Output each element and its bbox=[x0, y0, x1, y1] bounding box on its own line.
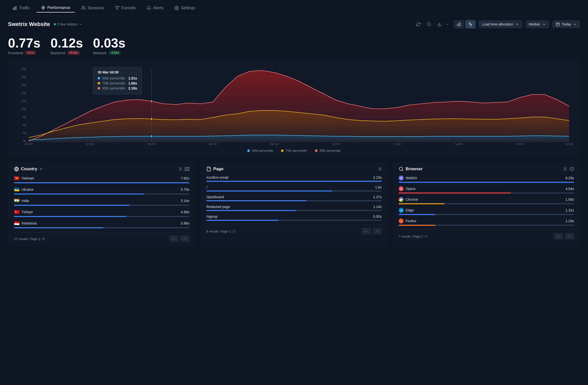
country-page-nav: ← → bbox=[169, 236, 189, 242]
svg-text:20s: 20s bbox=[21, 67, 26, 71]
chart-legend: 50th percentile 75th percentile 95th per… bbox=[14, 149, 574, 152]
svg-text:04:00: 04:00 bbox=[148, 142, 156, 145]
chevron-down-icon bbox=[446, 22, 449, 26]
site-title: Swetrix Website bbox=[8, 21, 50, 28]
country-row-vietnam: 🇻🇳Vietnam 7.82s bbox=[14, 176, 189, 183]
page-prev-button[interactable]: ← bbox=[362, 228, 371, 234]
backend-metric: 0.12s Backend +0.02s bbox=[50, 36, 83, 55]
list-icon[interactable] bbox=[178, 167, 182, 171]
page-panel-footer: 8 results. Page 1 / 2 ← → bbox=[206, 225, 382, 234]
svg-text:4s: 4s bbox=[23, 131, 26, 135]
page-row-confirm-email: /confirm-email 2.23s bbox=[206, 176, 382, 182]
list-icon[interactable] bbox=[377, 167, 382, 171]
chevron-down-icon bbox=[542, 22, 546, 26]
country-prev-button[interactable]: ← bbox=[169, 236, 178, 242]
browser-page-nav: ← → bbox=[554, 233, 574, 240]
bell-icon bbox=[147, 6, 151, 10]
svg-text:6s: 6s bbox=[23, 123, 26, 127]
line-chart-type-button[interactable] bbox=[465, 20, 476, 28]
svg-text:12s: 12s bbox=[21, 99, 26, 103]
live-visitors-badge[interactable]: 5 live visitors bbox=[54, 22, 82, 26]
page-panel-header: Page bbox=[206, 166, 382, 172]
svg-rect-10 bbox=[459, 23, 459, 26]
header: Swetrix Website 5 live visitors bbox=[0, 16, 588, 32]
median-dropdown[interactable]: Median bbox=[525, 20, 549, 28]
browser-panel-actions bbox=[563, 167, 574, 171]
metrics-section: 0.77s Frontend +0.1s 0.12s Backend +0.02… bbox=[0, 32, 588, 57]
list-icon[interactable] bbox=[563, 167, 567, 171]
download-dropdown[interactable] bbox=[444, 21, 451, 28]
svg-text:8s: 8s bbox=[23, 115, 26, 119]
page-row-root: / 1.6s bbox=[206, 185, 382, 192]
nav-traffic[interactable]: Traffic bbox=[8, 4, 34, 12]
bar-chart-icon bbox=[12, 6, 17, 10]
download-button[interactable] bbox=[436, 20, 443, 28]
file-icon bbox=[206, 166, 211, 172]
browser-panel-footer: 7 results. Page 1 / 2 ← → bbox=[399, 230, 574, 240]
globe-icon bbox=[14, 166, 19, 172]
page-page-nav: ← → bbox=[362, 228, 382, 234]
svg-text:06:00: 06:00 bbox=[209, 142, 217, 145]
svg-point-38 bbox=[150, 118, 153, 120]
browser-row-firefox: 🦊 Firefox 1.29s bbox=[399, 218, 574, 226]
svg-marker-4 bbox=[115, 6, 119, 10]
browser-prev-button[interactable]: ← bbox=[554, 233, 563, 240]
load-time-allocation-dropdown[interactable]: Load time allocation bbox=[479, 20, 522, 28]
line-icon bbox=[468, 22, 473, 26]
nav-performance[interactable]: Performance bbox=[36, 4, 75, 12]
bar-chart-type-button[interactable] bbox=[454, 20, 464, 28]
nav-funnels[interactable]: Funnels bbox=[110, 4, 140, 12]
country-panel-title[interactable]: Country bbox=[14, 166, 43, 172]
edge-icon: e bbox=[399, 208, 404, 213]
page-panel: Page /confirm-email 2.23s / 1.6s /d bbox=[200, 162, 388, 247]
svg-line-68 bbox=[402, 170, 403, 171]
svg-point-6 bbox=[427, 22, 430, 26]
date-dropdown[interactable]: Today bbox=[552, 20, 580, 28]
legend-75th: 75th percentile bbox=[281, 149, 307, 152]
chevron-down-icon bbox=[39, 167, 43, 171]
browser-panel: Browser W WebKit 6.29s O Op bbox=[393, 162, 580, 247]
download-group bbox=[436, 20, 451, 28]
browser-row-chrome: ⬤ Chrome 1.65s bbox=[399, 197, 574, 204]
country-panel: Country 🇻🇳Vietnam 7.82s 🇺🇦Ukraine 5.79s bbox=[8, 162, 195, 247]
country-row-india: 🇮🇳India 5.14s bbox=[14, 198, 189, 206]
clock-icon[interactable] bbox=[570, 167, 574, 171]
nav-settings[interactable]: Settings bbox=[170, 4, 200, 12]
browser-panel-header: Browser bbox=[399, 166, 574, 172]
nav-sessions[interactable]: Sessions bbox=[77, 4, 108, 12]
svg-text:18:00: 18:00 bbox=[565, 142, 573, 145]
filter-icon bbox=[115, 6, 119, 10]
chart-type-group bbox=[454, 20, 476, 28]
network-badge: -0.01s bbox=[109, 50, 121, 55]
svg-text:00:00: 00:00 bbox=[25, 142, 33, 145]
browser-next-button[interactable]: → bbox=[565, 233, 574, 240]
page-next-button[interactable]: → bbox=[373, 228, 382, 234]
lightning-icon bbox=[41, 6, 45, 10]
country-row-turkiye: 🇹🇷Türkiye 4.98s bbox=[14, 209, 189, 217]
map-icon[interactable] bbox=[185, 167, 189, 171]
svg-point-3 bbox=[82, 6, 84, 8]
svg-rect-0 bbox=[13, 8, 14, 10]
svg-rect-2 bbox=[16, 6, 16, 10]
country-row-indonesia: 🇮🇩Indonesia 3.96s bbox=[14, 220, 189, 228]
legend-dot-95 bbox=[315, 150, 317, 152]
country-panel-actions bbox=[178, 167, 189, 171]
svg-text:10:00: 10:00 bbox=[332, 142, 340, 145]
svg-marker-58 bbox=[185, 167, 189, 171]
svg-rect-1 bbox=[14, 7, 15, 10]
svg-point-67 bbox=[399, 167, 403, 170]
country-next-button[interactable]: → bbox=[180, 236, 189, 242]
live-dot bbox=[54, 23, 56, 25]
refresh-button[interactable] bbox=[415, 20, 422, 28]
performance-chart: 20s 18s 16s 14s 12s 10s 8s 6s 4s 2s 00:0… bbox=[8, 59, 580, 156]
svg-text:18s: 18s bbox=[21, 75, 26, 79]
legend-dot-75 bbox=[281, 150, 284, 152]
nav-alerts[interactable]: Alerts bbox=[142, 4, 168, 12]
chevron-down-icon bbox=[79, 22, 82, 26]
svg-text:16s: 16s bbox=[21, 83, 26, 87]
page-row-signup: /signup 0.92s bbox=[206, 214, 382, 221]
svg-point-5 bbox=[176, 7, 177, 8]
chevron-down-icon bbox=[515, 22, 519, 26]
legend-50th: 50th percentile bbox=[247, 149, 273, 152]
search-button[interactable] bbox=[425, 20, 433, 28]
